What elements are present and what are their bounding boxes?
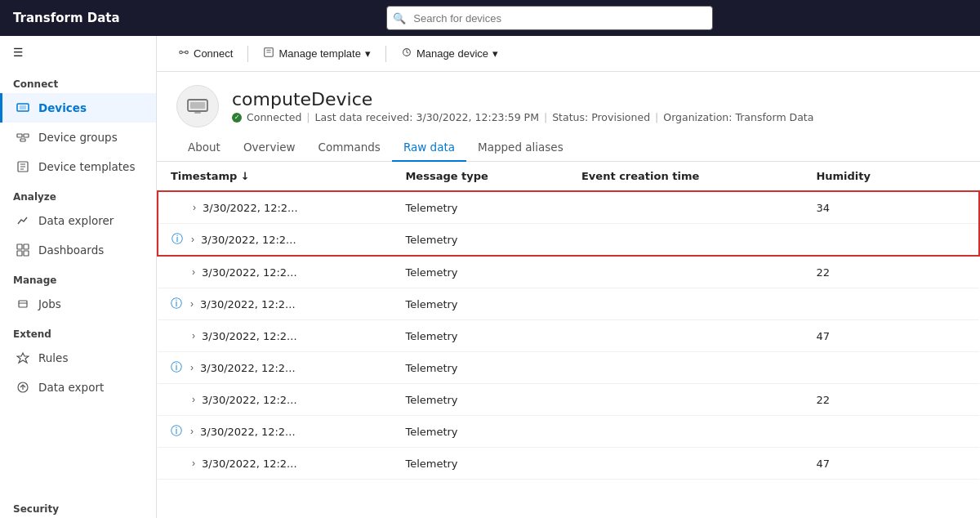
cell-humidity: 34: [803, 191, 979, 224]
sidebar-item-data-explorer[interactable]: Data explorer: [0, 206, 156, 235]
hamburger-icon[interactable]: ☰: [0, 36, 156, 69]
cell-timestamp: ⓘ›3/30/2022, 12:2...: [158, 352, 392, 384]
expand-row-button[interactable]: ›: [187, 297, 197, 311]
svg-rect-11: [17, 251, 22, 256]
connect-label: Connect: [194, 47, 233, 60]
toolbar-separator-1: [247, 46, 248, 62]
col-header-event-creation-time: Event creation time: [568, 162, 803, 191]
cell-message-type: Telemetry: [392, 256, 568, 288]
manage-device-button[interactable]: Manage device ▾: [393, 42, 506, 65]
cell-timestamp: ›3/30/2022, 12:2...: [158, 191, 392, 224]
table-container[interactable]: Timestamp ↓ Message type Event creation …: [157, 162, 980, 518]
topbar: Transform Data 🔍: [0, 0, 980, 36]
cell-message-type: Telemetry: [392, 416, 568, 448]
tab-mapped-aliases[interactable]: Mapped aliases: [466, 134, 575, 162]
sidebar-item-rules[interactable]: Rules: [0, 343, 156, 373]
svg-rect-1: [20, 105, 26, 109]
cell-event-creation-time: [568, 224, 803, 257]
section-manage: Manage: [0, 265, 156, 289]
dashboards-icon: [16, 243, 30, 257]
data-export-icon: [16, 380, 30, 395]
content-area: Connect Manage template ▾ Manage device …: [157, 36, 980, 518]
table-row: ⓘ›3/30/2022, 12:2...Telemetry: [158, 352, 979, 384]
expand-row-button[interactable]: ›: [188, 232, 198, 247]
expand-row-button[interactable]: ›: [189, 328, 198, 343]
search-input[interactable]: [386, 6, 713, 30]
toolbar: Connect Manage template ▾ Manage device …: [157, 36, 980, 72]
data-explorer-icon: [16, 213, 30, 228]
expand-row-button[interactable]: ›: [187, 360, 197, 375]
row-controls: ›3/30/2022, 12:2...: [171, 328, 379, 343]
device-last-data: Last data received: 3/30/2022, 12:23:59 …: [315, 111, 539, 123]
timestamp-value: 3/30/2022, 12:2...: [202, 394, 297, 406]
table-row: ›3/30/2022, 12:2...Telemetry47: [158, 448, 979, 480]
sidebar-item-dashboards[interactable]: Dashboards: [0, 235, 156, 265]
cell-timestamp: ›3/30/2022, 12:2...: [158, 256, 392, 288]
expand-row-button[interactable]: ›: [189, 265, 198, 279]
info-icon[interactable]: ⓘ: [171, 297, 182, 311]
info-icon[interactable]: ⓘ: [171, 360, 182, 375]
sidebar-item-device-templates-label: Device templates: [38, 160, 135, 173]
sidebar-item-data-export[interactable]: Data export: [0, 373, 156, 402]
expand-row-button[interactable]: ›: [189, 200, 199, 215]
cell-message-type: Telemetry: [392, 191, 568, 224]
tab-raw-data[interactable]: Raw data: [392, 134, 466, 162]
section-extend: Extend: [0, 319, 156, 343]
app-title: Transform Data: [13, 11, 120, 25]
svg-point-18: [185, 51, 189, 54]
sidebar-item-devices-label: Devices: [38, 101, 87, 114]
row-controls: ›3/30/2022, 12:2...: [171, 456, 379, 471]
expand-row-button[interactable]: ›: [187, 424, 197, 439]
manage-device-chevron-icon: ▾: [492, 47, 498, 60]
cell-message-type: Telemetry: [392, 288, 568, 320]
section-analyze: Analyze: [0, 181, 156, 206]
timestamp-value: 3/30/2022, 12:2...: [203, 202, 298, 214]
table-header: Timestamp ↓ Message type Event creation …: [158, 162, 979, 191]
table-row: ›3/30/2022, 12:2...Telemetry34: [158, 191, 979, 224]
expand-row-button[interactable]: ›: [189, 456, 198, 471]
timestamp-value: 3/30/2022, 12:2...: [200, 426, 296, 438]
table-row: ›3/30/2022, 12:2...Telemetry22: [158, 384, 979, 416]
table-row: ⓘ›3/30/2022, 12:2...Telemetry: [158, 288, 979, 320]
cell-timestamp: ›3/30/2022, 12:2...: [158, 384, 392, 416]
expand-row-button[interactable]: ›: [189, 392, 198, 407]
sidebar-item-jobs[interactable]: Jobs: [0, 289, 156, 319]
info-icon[interactable]: ⓘ: [171, 424, 182, 439]
device-name: computeDevice: [232, 89, 813, 109]
tab-commands[interactable]: Commands: [306, 134, 391, 162]
table-row: ⓘ›3/30/2022, 12:2...Telemetry: [158, 416, 979, 448]
cell-timestamp: ›3/30/2022, 12:2...: [158, 320, 392, 352]
cell-humidity: 47: [803, 320, 979, 352]
tab-overview[interactable]: Overview: [232, 134, 307, 162]
table-body: ›3/30/2022, 12:2...Telemetry34ⓘ›3/30/202…: [158, 191, 979, 480]
toolbar-separator-2: [385, 46, 386, 62]
row-controls: ›3/30/2022, 12:2...: [172, 200, 379, 215]
sidebar-item-device-groups[interactable]: Device groups: [0, 123, 156, 152]
row-controls: ⓘ›3/30/2022, 12:2...: [172, 232, 379, 247]
tab-about[interactable]: About: [176, 134, 232, 162]
table-row: ›3/30/2022, 12:2...Telemetry22: [158, 256, 979, 288]
section-connect: Connect: [0, 69, 156, 93]
connect-button[interactable]: Connect: [170, 42, 241, 65]
jobs-icon: [16, 297, 30, 311]
sidebar-item-dashboards-label: Dashboards: [38, 243, 104, 257]
cell-humidity: 22: [803, 256, 979, 288]
device-groups-icon: [16, 130, 30, 145]
device-templates-icon: [16, 159, 30, 174]
cell-timestamp: ⓘ›3/30/2022, 12:2...: [158, 416, 392, 448]
cell-event-creation-time: [568, 384, 803, 416]
sidebar-item-data-export-label: Data export: [38, 381, 104, 394]
cell-event-creation-time: [568, 256, 803, 288]
svg-rect-2: [17, 134, 22, 137]
device-provisioned: Status: Provisioned: [552, 111, 650, 123]
cell-message-type: Telemetry: [392, 320, 568, 352]
sidebar-item-device-templates[interactable]: Device templates: [0, 152, 156, 181]
timestamp-value: 3/30/2022, 12:2...: [200, 298, 296, 310]
svg-rect-12: [24, 251, 29, 256]
connect-icon: [178, 47, 189, 60]
info-icon[interactable]: ⓘ: [172, 232, 183, 247]
sidebar-item-devices[interactable]: Devices: [0, 93, 156, 123]
row-controls: ⓘ›3/30/2022, 12:2...: [171, 424, 379, 439]
manage-template-button[interactable]: Manage template ▾: [255, 42, 378, 65]
sidebar-item-rules-label: Rules: [38, 351, 68, 364]
